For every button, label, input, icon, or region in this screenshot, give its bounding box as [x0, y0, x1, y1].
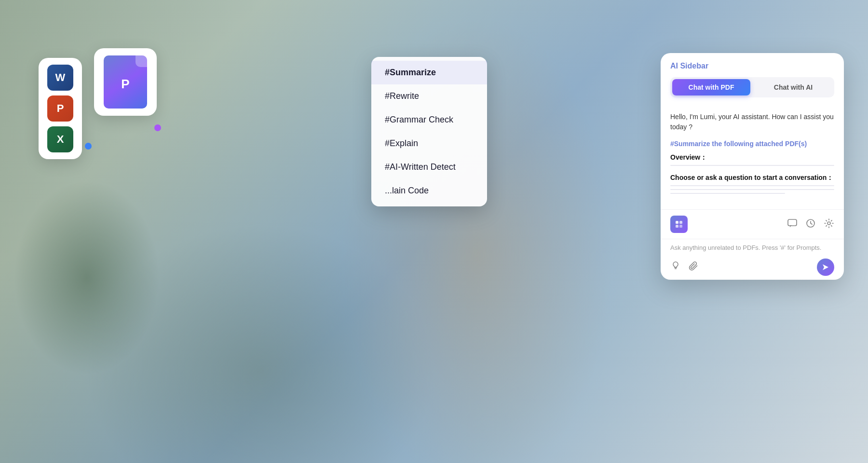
- command-item-ai-detect[interactable]: #AI-Written Detect: [371, 155, 487, 179]
- sidebar-header: AI Sidebar Chat with PDF Chat with AI: [661, 53, 844, 104]
- command-item-explain-code[interactable]: ...lain Code: [371, 179, 487, 203]
- toolbar-left: [670, 216, 688, 233]
- svg-rect-0: [676, 221, 678, 224]
- file-icons-panel: W P X: [39, 58, 82, 159]
- command-item-explain[interactable]: #Explain: [371, 132, 487, 155]
- app-icons-card: W P X: [39, 58, 82, 159]
- connector-dot-purple: [154, 124, 161, 131]
- svg-rect-3: [679, 225, 682, 228]
- excel-icon[interactable]: X: [47, 126, 73, 152]
- connector-dot-blue: [85, 143, 92, 150]
- chat-bubble-icon[interactable]: [787, 218, 798, 231]
- svg-rect-4: [788, 219, 797, 226]
- svg-point-6: [827, 222, 830, 225]
- ai-sidebar: AI Sidebar Chat with PDF Chat with AI He…: [661, 53, 844, 280]
- sidebar-toolbar: [661, 209, 844, 239]
- input-action-left: [670, 260, 699, 273]
- command-menu: #Summarize #Rewrite #Grammar Check #Expl…: [371, 57, 487, 206]
- pdf-icon-letter: P: [121, 77, 129, 92]
- svg-rect-1: [679, 221, 682, 224]
- conversation-line-2: [670, 189, 834, 190]
- pdf-file-card[interactable]: P: [94, 48, 157, 116]
- toolbar-right: [787, 218, 834, 231]
- command-item-grammar[interactable]: #Grammar Check: [371, 108, 487, 132]
- input-placeholder: Ask anything unrelated to PDFs. Press '#…: [670, 243, 834, 253]
- pdf-icon-big: P: [104, 55, 147, 109]
- chat-highlight-text: #Summarize the following attached PDF(s): [670, 140, 834, 148]
- conversation-line-3: [670, 193, 785, 194]
- command-item-summarize[interactable]: #Summarize: [371, 61, 487, 84]
- svg-rect-2: [676, 225, 678, 228]
- svg-rect-8: [675, 269, 677, 270]
- conversation-label: Choose or ask a question to start a conv…: [670, 174, 834, 182]
- tab-chat-pdf[interactable]: Chat with PDF: [672, 79, 750, 95]
- tab-row: Chat with PDF Chat with AI: [670, 77, 834, 97]
- lumi-icon-box[interactable]: [670, 216, 688, 233]
- tab-chat-ai[interactable]: Chat with AI: [754, 79, 832, 95]
- command-item-rewrite[interactable]: #Rewrite: [371, 84, 487, 108]
- gear-icon[interactable]: [824, 218, 834, 231]
- clock-icon[interactable]: [805, 218, 816, 231]
- chat-greeting: Hello, I'm Lumi, your AI assistant. How …: [670, 112, 834, 132]
- send-icon: [822, 263, 829, 271]
- lumi-icon: [674, 219, 684, 229]
- send-button[interactable]: [817, 259, 834, 276]
- powerpoint-icon[interactable]: P: [47, 95, 73, 122]
- svg-rect-7: [675, 268, 677, 269]
- sidebar-input-area: Ask anything unrelated to PDFs. Press '#…: [661, 239, 844, 280]
- lightbulb-icon[interactable]: [670, 260, 681, 273]
- word-icon[interactable]: W: [47, 65, 73, 91]
- paperclip-icon[interactable]: [689, 260, 699, 273]
- conversation-line-1: [670, 185, 834, 186]
- input-actions: [670, 259, 834, 276]
- overview-label: Overview：: [670, 153, 834, 162]
- chat-body: Hello, I'm Lumi, your AI assistant. How …: [661, 104, 844, 209]
- overview-line-1: [670, 165, 834, 166]
- sidebar-title: AI Sidebar: [670, 62, 834, 70]
